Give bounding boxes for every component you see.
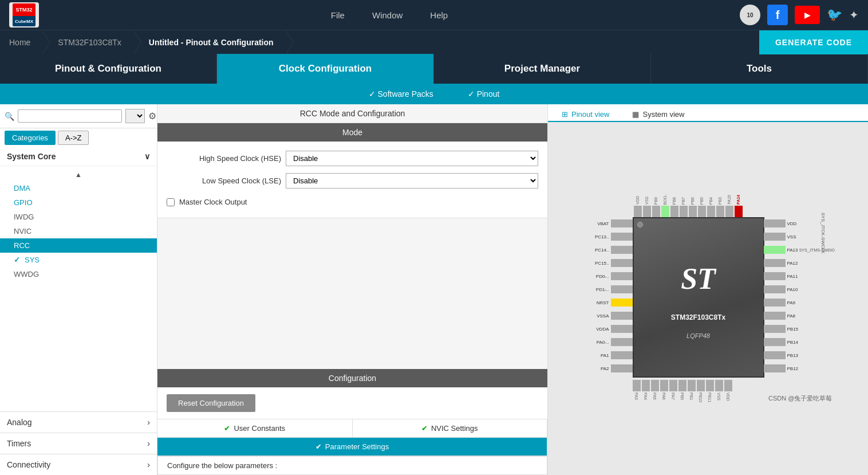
az-tab-button[interactable]: A->Z <box>58 131 89 145</box>
right-panel: ⊞ Pinout view ▦ System view SYS_JTCK-SWC… <box>547 104 868 475</box>
sidebar-tab-buttons: Categories A->Z <box>0 128 157 147</box>
credit-text: CSDN @兔子爱吃草莓 <box>768 394 832 403</box>
pin-bot-pa7: PA7 <box>669 380 677 407</box>
user-constants-tab[interactable]: ✔ User Constants <box>157 419 353 437</box>
pin-top-pa15: PA15 <box>725 190 733 217</box>
analog-chevron: › <box>147 418 150 427</box>
sidebar-item-gpio[interactable]: GPIO <box>0 195 157 210</box>
chip-body: ST STM32F103C8Tx LQFP48 <box>633 217 764 378</box>
system-core-items: ▲ DMA GPIO IWDG NVIC RCC SYS WWDG <box>0 166 157 284</box>
pin-vdd-r: VDD <box>764 217 837 230</box>
pin-pb15: PB15 <box>764 323 837 335</box>
hse-select[interactable]: Disable <box>286 151 538 166</box>
connectivity-label: Connectivity <box>7 460 50 469</box>
master-clock-checkbox[interactable] <box>167 198 175 206</box>
pin-pb12: PB12 <box>764 362 837 375</box>
pin-top-vss: VSS <box>643 190 651 217</box>
pin-pa11: PA11 <box>764 270 837 282</box>
pin-bot-pb0: PB0 <box>678 380 686 407</box>
menu-file[interactable]: File <box>331 10 345 20</box>
generate-code-button[interactable]: GENERATE CODE <box>759 30 868 54</box>
sidebar-item-iwdg[interactable]: IWDG <box>0 210 157 224</box>
breadcrumb-project[interactable]: Untitled - Pinout & Configuration <box>133 30 285 54</box>
st-logo: ST <box>681 261 716 295</box>
sidebar: 🔍 ⚙ Categories A->Z System Core ∨ ▲ DMA … <box>0 104 157 475</box>
pin-vbat: VBAT <box>579 217 633 230</box>
pin-pc13: PC13.. <box>579 230 633 243</box>
pin-bot-vss2: VSS <box>715 380 723 407</box>
facebook-icon[interactable]: f <box>767 5 788 25</box>
sidebar-item-dma[interactable]: DMA <box>0 181 157 195</box>
settings-icon[interactable]: ⚙ <box>148 111 156 121</box>
bottom-pins: PA3 PA4 PA5 PA6 <box>633 380 732 407</box>
param-settings-tab[interactable]: ✔ Parameter Settings <box>157 438 547 456</box>
sidebar-item-nvic[interactable]: NVIC <box>0 224 157 238</box>
pin-bot-pa6: PA6 <box>660 380 668 407</box>
scroll-up-arrow[interactable]: ▲ <box>0 168 157 181</box>
menu-help[interactable]: Help <box>430 10 448 20</box>
top-menu: File Window Help <box>39 10 740 20</box>
sidebar-item-wwdg[interactable]: WWDG <box>0 267 157 281</box>
system-view-tab[interactable]: ▦ System view <box>628 108 689 122</box>
user-constants-check-icon: ✔ <box>224 424 230 433</box>
tab-tools[interactable]: Tools <box>651 54 868 84</box>
pin-top-pb8: PB8 <box>670 190 678 217</box>
pin-pa2: PA2 <box>579 362 633 375</box>
version-icon: 10 <box>740 5 760 25</box>
top-icons: 10 f ▶ 🐦 ✦ <box>740 5 859 25</box>
center-panel: RCC Mode and Configuration Mode High Spe… <box>157 104 547 475</box>
right-pins: VDD VSS PA13 SYS_JTMS-SWDIO PA12 <box>764 217 837 375</box>
view-tabs: ⊞ Pinout view ▦ System view <box>548 104 868 122</box>
sub-tab-pinout[interactable]: ✓ Pinout <box>468 89 500 99</box>
twitter-icon[interactable]: 🐦 <box>827 7 842 22</box>
pin-pb13: PB13 <box>764 349 837 362</box>
reset-config-button[interactable]: Reset Configuration <box>167 394 255 412</box>
tab-clock[interactable]: Clock Configuration <box>217 54 434 84</box>
sub-tab-software-packs[interactable]: ✓ Software Packs <box>369 89 433 99</box>
pin-top-boo: BOO.. <box>661 190 669 217</box>
chip-name-label: STM32F103C8Tx <box>671 313 725 321</box>
chip-diagram: SYS_JTCK-SWCLK VDD VSS PB9 <box>579 190 837 407</box>
pin-bot-pb10: PB10 <box>697 380 705 407</box>
youtube-icon[interactable]: ▶ <box>795 6 820 24</box>
search-dropdown[interactable] <box>125 109 145 123</box>
pin-pa1: PA1 <box>579 349 633 362</box>
pin-pa10: PA10 <box>764 283 837 296</box>
sidebar-item-sys[interactable]: SYS <box>0 253 157 267</box>
analog-section[interactable]: Analog › <box>0 411 157 433</box>
rcc-panel-title: RCC Mode and Configuration <box>157 104 547 123</box>
lse-select[interactable]: Disable <box>286 173 538 189</box>
pin-top-vdd: VDD <box>634 190 642 217</box>
network-icon[interactable]: ✦ <box>849 8 859 22</box>
pin-nrst: NRST <box>579 296 633 309</box>
sidebar-item-rcc[interactable]: RCC <box>0 238 157 253</box>
param-tab-row: ✔ Parameter Settings <box>157 438 547 456</box>
timers-chevron: › <box>147 439 150 448</box>
pin-bot-pa3: PA3 <box>633 380 641 407</box>
categories-tab-button[interactable]: Categories <box>5 131 56 145</box>
pinout-view-tab[interactable]: ⊞ Pinout view <box>557 108 614 122</box>
pin-top-pa14-red: PA14 <box>735 190 743 217</box>
menu-window[interactable]: Window <box>372 10 403 20</box>
system-core-section[interactable]: System Core ∨ <box>0 147 157 166</box>
pin-bot-pb11: PB11 <box>706 380 714 407</box>
breadcrumb-device[interactable]: STM32F103C8Tx <box>42 30 132 54</box>
master-clock-row: Master Clock Output <box>167 195 538 209</box>
tab-pinout[interactable]: Pinout & Configuration <box>0 54 217 84</box>
nvic-settings-tab[interactable]: ✔ NVIC Settings <box>353 419 548 437</box>
pin-top-pb6: PB6 <box>689 190 697 217</box>
connectivity-section[interactable]: Connectivity › <box>0 454 157 475</box>
pin-bot-pb1: PB1 <box>688 380 696 407</box>
tab-project[interactable]: Project Manager <box>434 54 651 84</box>
pin-pc14: PC14.. <box>579 244 633 256</box>
breadcrumb-home[interactable]: Home <box>0 30 42 54</box>
pin-pc15: PC15.. <box>579 257 633 269</box>
search-input[interactable] <box>18 109 122 123</box>
pin-pa8: PA8 <box>764 309 837 322</box>
pin-vss-r: VSS <box>764 230 837 243</box>
hse-row: High Speed Clock (HSE) Disable <box>167 151 538 166</box>
pin-pa12: PA12 <box>764 257 837 269</box>
timers-section[interactable]: Timers › <box>0 433 157 454</box>
pin-vssa: VSSA <box>579 309 633 322</box>
logo-stm32: STM32 <box>15 7 32 13</box>
